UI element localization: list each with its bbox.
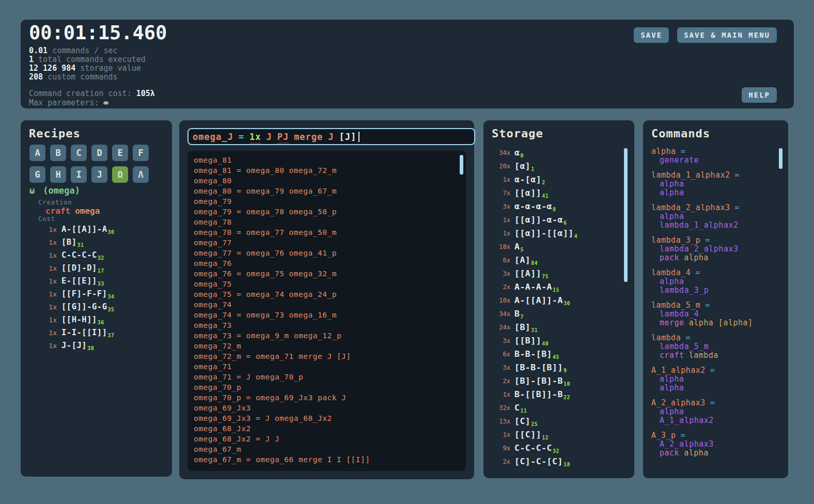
storage-item-name: [A]84 — [514, 255, 538, 266]
meta-line: Command creation cost: 105λ — [29, 89, 155, 98]
command-head: A_1_alphax2= — [651, 366, 753, 375]
program-line: omega_79 — [194, 197, 466, 208]
cost-row: 1xI-I-[[I]]37 — [45, 326, 115, 339]
cost-row: 1x[[D]-D]17 — [45, 262, 115, 275]
token: merge — [660, 319, 684, 327]
token: pack — [660, 449, 679, 458]
storage-item-name: [B]31 — [514, 322, 538, 333]
cost-qty: 1x — [45, 316, 57, 324]
storage-item: 1x[[α]]-[[α]]4 — [491, 227, 577, 240]
command-name: lambda_4 — [651, 269, 691, 277]
storage-item-name: A5 — [514, 242, 524, 253]
storage-item-index: 1 — [531, 166, 535, 172]
storage-item-qty: 6x — [491, 351, 510, 358]
command-definition: A_1_alphax2=alphaalpha — [651, 366, 753, 392]
recipes-title: Recipes — [29, 127, 81, 140]
storage-item-index: 40 — [542, 341, 549, 346]
meta-line: Max parameters: ∞ — [29, 98, 155, 107]
commands-title: Commands — [651, 127, 710, 140]
cost-qty: 1x — [45, 226, 57, 233]
storage-item: 34xα0 — [491, 146, 577, 160]
recipe-tab-e[interactable]: E — [112, 145, 128, 161]
program-line: omega_70_p = omega_69_Jx3 pack J — [194, 393, 466, 404]
cost-item: E-[[E]]33 — [61, 276, 104, 287]
command-body-line: lambda_1_alphax2 — [660, 221, 753, 230]
cost-item-index: 36 — [98, 320, 104, 325]
recipe-tab-a[interactable]: A — [29, 145, 45, 161]
storage-item: 1x[[α]]-α-α6 — [491, 213, 577, 227]
command-input[interactable]: omega_J=1xJPJmergeJ[J] — [187, 128, 475, 145]
commands-scrollbar[interactable] — [779, 148, 782, 169]
cost-qty: 1x — [45, 264, 57, 272]
recipe-tab-λ[interactable]: Λ — [133, 166, 149, 183]
storage-item-index: 6 — [563, 220, 567, 226]
storage-item-qty: 3x — [491, 364, 510, 371]
program-line: omega_81 — [194, 156, 466, 166]
equals-sign: = — [710, 366, 715, 375]
program-line: omega_72_m = omega_71 merge J [J] — [194, 352, 466, 363]
storage-scrollbar[interactable] — [624, 148, 628, 282]
save-main-menu-button[interactable]: SAVE & MAIN MENU — [677, 27, 777, 43]
storage-item: 9xC-C-C-C32 — [491, 442, 577, 455]
command-definition: lambda_5_m=lambda_4mergealpha [alpha] — [651, 301, 753, 327]
storage-item-index: 7 — [520, 314, 524, 320]
cost-item-index: 31 — [77, 242, 84, 248]
command-body-line: alpha — [660, 277, 753, 286]
storage-item: 24x[B]31 — [491, 321, 577, 334]
token: craft — [660, 351, 684, 360]
cost-qty: 1x — [45, 329, 57, 337]
storage-item-qty: 18x — [491, 243, 510, 250]
recipe-tab-b[interactable]: B — [50, 145, 66, 161]
program-line: omega_74 — [194, 301, 466, 311]
recipe-tab-i[interactable]: I — [71, 166, 87, 183]
command-name: A_3_p — [651, 431, 676, 440]
program-line: omega_67_m — [194, 445, 466, 455]
save-button[interactable]: SAVE — [634, 27, 669, 43]
recipe-tab-h[interactable]: H — [50, 166, 66, 183]
recipes-panel: Recipes ABCDEFGHIJΩΛ ω(omega) Creation c… — [21, 120, 172, 477]
meta-block: Command creation cost: 105λMax parameter… — [29, 89, 155, 107]
token: alpha — [660, 212, 684, 221]
program-list-scrollbar[interactable] — [460, 155, 463, 175]
editor-panel: omega_J=1xJPJmergeJ[J] omega_81omega_81 … — [179, 120, 474, 479]
token: generate — [660, 156, 699, 165]
program-line: omega_74 = omega_73 omega_16_m — [194, 311, 466, 321]
stat-label: commands / sec — [52, 46, 117, 55]
storage-item-name: [C]-C-[C]18 — [514, 456, 570, 467]
recipe-tab-j[interactable]: J — [91, 166, 107, 183]
stat-line: 208 custom commands — [29, 73, 146, 82]
recipe-tab-ω[interactable]: Ω — [112, 166, 128, 183]
storage-item: 34xB7 — [491, 307, 577, 321]
recipe-tab-g[interactable]: G — [29, 166, 45, 183]
help-button[interactable]: HELP — [742, 87, 777, 103]
recipe-tab-d[interactable]: D — [91, 145, 107, 161]
recipe-tab-c[interactable]: C — [71, 145, 87, 161]
storage-item-qty: 7x — [491, 190, 510, 197]
stat-value: 12 126 984 — [29, 64, 75, 73]
storage-item-index: 75 — [542, 274, 549, 279]
command-head: lambda_3_p= — [651, 236, 753, 245]
storage-title: Storage — [492, 127, 543, 140]
recipe-tab-f[interactable]: F — [133, 145, 149, 161]
cost-qty: 1x — [45, 239, 57, 246]
storage-item: 6x[A]84 — [491, 254, 577, 267]
cost-row: 1xJ-[J]38 — [45, 339, 115, 352]
token: lambda_3_p — [660, 286, 709, 295]
cost-item: [[D]-D]17 — [61, 263, 104, 274]
cost-item: [B]31 — [61, 238, 84, 248]
cost-item: C-C-C-C32 — [61, 250, 104, 261]
storage-item: 1x[[C]]12 — [491, 428, 577, 442]
command-name: A_1_alphax2 — [651, 366, 706, 375]
stat-line: 0.01 commands / sec — [29, 46, 146, 55]
storage-item: 3x[[B]]40 — [491, 334, 577, 348]
program-line: omega_81 = omega_80 omega_72_m — [194, 166, 466, 177]
header-buttons: SAVE SAVE & MAIN MENU — [634, 27, 777, 43]
session-timer: 00:01:15.460 — [29, 22, 167, 44]
cost-item: A-[[A]]-A30 — [61, 225, 115, 235]
storage-item-qty: 2x — [491, 284, 510, 291]
storage-item: 18xA5 — [491, 240, 577, 254]
cost-item: [[F]-F-F]34 — [61, 289, 115, 300]
program-list[interactable]: omega_81omega_81 = omega_80 omega_72_mom… — [187, 151, 466, 471]
command-head: lambda_1_alphax2= — [651, 171, 753, 180]
storage-item-name: C-C-C-C32 — [514, 443, 559, 454]
